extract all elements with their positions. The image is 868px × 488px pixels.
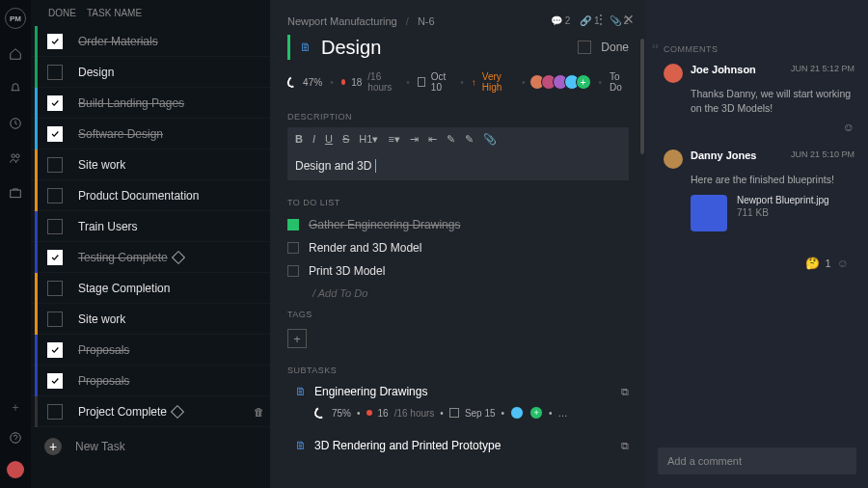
list-button[interactable]: ≡▾	[388, 133, 399, 146]
comment-author[interactable]: Joe Johnson	[691, 64, 756, 75]
task-checkbox[interactable]	[47, 157, 63, 173]
todo-item[interactable]: Gather Engineering Drawings	[270, 213, 646, 236]
done-checkbox[interactable]	[578, 41, 591, 54]
progress-percent[interactable]: 47%	[303, 77, 322, 88]
add-assignee-button[interactable]: +	[576, 74, 591, 90]
task-checkbox[interactable]	[47, 65, 63, 80]
task-row[interactable]: Proposals	[31, 366, 270, 396]
subtask-title[interactable]: 3D Rendering and Printed Prototype	[314, 439, 613, 452]
app-logo[interactable]: PM	[5, 8, 26, 29]
comment-avatar[interactable]	[664, 64, 683, 83]
notifications-icon[interactable]	[8, 81, 23, 96]
task-checkbox[interactable]	[47, 342, 63, 358]
add-todo-input[interactable]: / Add To Do	[270, 283, 646, 304]
subtask[interactable]: 🗎 3D Rendering and Printed Prototype ⧉	[295, 435, 629, 456]
comment-input[interactable]: Add a comment	[658, 447, 856, 474]
home-icon[interactable]	[8, 46, 23, 62]
breadcrumb-id[interactable]: N-6	[418, 15, 435, 27]
underline-button[interactable]: U	[325, 133, 333, 146]
task-row[interactable]: Software Design	[31, 119, 270, 149]
task-row[interactable]: Site work	[31, 304, 270, 335]
attach-button[interactable]: 📎	[483, 133, 497, 146]
projects-icon[interactable]	[8, 185, 23, 201]
scrollbar[interactable]	[640, 39, 644, 231]
close-icon[interactable]: ✕	[623, 12, 635, 27]
new-task-button[interactable]: + New Task	[31, 431, 270, 462]
collapse-icon[interactable]: ››	[652, 41, 659, 51]
subtask-title[interactable]: Engineering Drawings	[314, 385, 613, 398]
task-row[interactable]: Order Materials	[31, 26, 270, 57]
todo-checkbox[interactable]	[287, 265, 299, 277]
reaction-count: 1	[826, 258, 831, 269]
task-row[interactable]: Proposals	[31, 335, 270, 366]
doc-icon: 🗎	[295, 439, 307, 452]
add-reaction-icon[interactable]: ☺	[664, 115, 854, 134]
task-row[interactable]: Build Landing Pages	[31, 88, 270, 119]
task-row[interactable]: Project Complete 🗑	[31, 396, 270, 427]
status-label[interactable]: To Do	[610, 71, 629, 93]
add-tag-button[interactable]: +	[287, 329, 307, 348]
assignee-avatar[interactable]	[510, 406, 524, 420]
comment-avatar[interactable]	[664, 149, 683, 169]
user-avatar[interactable]	[7, 461, 24, 478]
subtask-more[interactable]: …	[558, 408, 568, 419]
task-list-panel: DONE TASK NAME Order Materials Design Bu…	[31, 0, 270, 488]
reaction-emoji[interactable]: 🤔	[805, 257, 820, 270]
indent-button[interactable]: ⇥	[410, 133, 419, 146]
task-checkbox[interactable]	[47, 250, 63, 265]
open-external-icon[interactable]: ⧉	[621, 440, 629, 452]
subtask-date[interactable]: Sep 15	[465, 408, 496, 419]
open-external-icon[interactable]: ⧉	[621, 386, 629, 398]
task-title[interactable]: Design	[321, 37, 568, 59]
subtask-meta: 75%• 16/16 hours• Sep 15• +• …	[295, 402, 629, 429]
task-checkbox[interactable]	[47, 373, 63, 389]
subtask-progress[interactable]: 75%	[332, 408, 351, 419]
team-icon[interactable]	[8, 150, 23, 166]
bold-button[interactable]: B	[295, 133, 303, 146]
more-icon[interactable]: ⋮	[594, 12, 608, 27]
task-checkbox[interactable]	[47, 34, 63, 49]
strike-button[interactable]: S	[342, 133, 349, 146]
hours-done[interactable]: 18	[351, 77, 362, 88]
task-row[interactable]: Stage Completion	[31, 273, 270, 304]
italic-button[interactable]: I	[312, 133, 315, 146]
assignee-avatars[interactable]: +	[533, 74, 591, 90]
task-checkbox[interactable]	[47, 219, 63, 234]
task-row[interactable]: Design	[31, 57, 270, 88]
task-checkbox[interactable]	[47, 312, 63, 327]
help-icon[interactable]	[8, 430, 23, 446]
task-row[interactable]: Product Documentation	[31, 180, 270, 211]
subtask[interactable]: 🗎 Engineering Drawings ⧉ 75%• 16/16 hour…	[295, 381, 629, 429]
todo-item[interactable]: Print 3D Model	[270, 259, 646, 283]
add-icon[interactable]: ＋	[8, 399, 23, 415]
task-checkbox[interactable]	[47, 95, 63, 111]
highlight-button[interactable]: ✎	[465, 133, 474, 146]
trash-icon[interactable]: 🗑	[254, 406, 264, 418]
draw-button[interactable]: ✎	[447, 133, 455, 146]
priority-label[interactable]: Very High	[482, 71, 514, 93]
add-reaction-icon[interactable]: ☺	[837, 257, 849, 270]
todo-checkbox[interactable]	[287, 242, 299, 254]
subtask-hours[interactable]: 16	[378, 408, 389, 419]
outdent-button[interactable]: ⇤	[428, 133, 437, 146]
todo-item[interactable]: Render and 3D Model	[270, 236, 646, 259]
heading-button[interactable]: H1▾	[359, 133, 378, 146]
task-checkbox[interactable]	[47, 281, 63, 296]
task-checkbox[interactable]	[47, 126, 63, 142]
attachment[interactable]: Newport Blueprint.jpg 711 KB	[691, 195, 854, 231]
task-row[interactable]: Site work	[31, 149, 270, 180]
add-assignee-button[interactable]: +	[529, 406, 543, 420]
recent-icon[interactable]	[8, 116, 23, 131]
task-row[interactable]: Train Users	[31, 211, 270, 242]
comment-author[interactable]: Danny Jones	[691, 149, 756, 161]
description-input[interactable]: Design and 3D	[287, 151, 629, 180]
comments-count-icon[interactable]: 💬 2	[551, 15, 570, 27]
section-tags: TAGS	[270, 304, 646, 325]
due-date[interactable]: Oct 10	[431, 71, 453, 93]
task-row[interactable]: Testing Complete	[31, 242, 270, 273]
todo-checkbox[interactable]	[287, 219, 299, 230]
task-checkbox[interactable]	[47, 188, 63, 203]
reaction-bar[interactable]: 🤔 1 ☺	[646, 247, 868, 270]
task-checkbox[interactable]	[47, 404, 63, 420]
breadcrumb-project[interactable]: Newport Manufacturing	[287, 15, 397, 27]
